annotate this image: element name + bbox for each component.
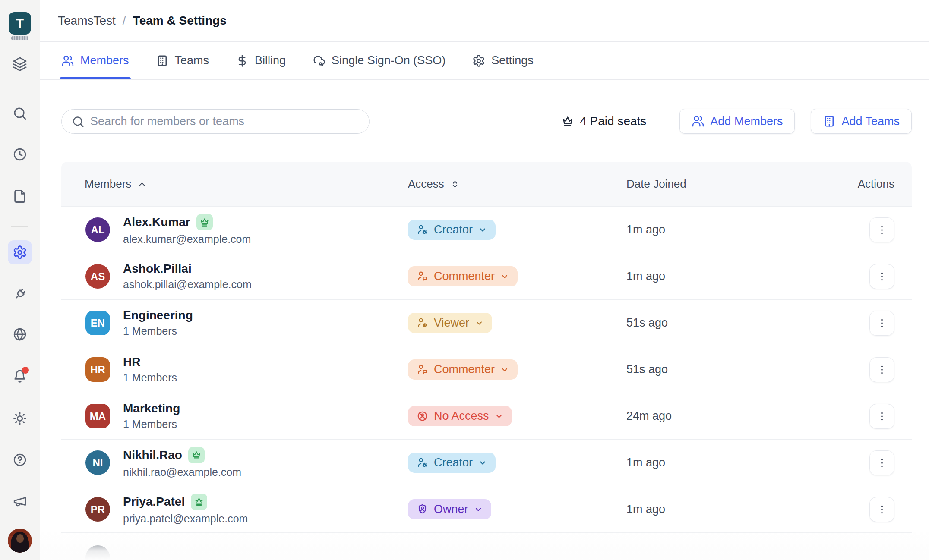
avatar [85,545,110,560]
table-header: Members Access Date Joined Actions [61,162,912,207]
access-label: Owner [434,503,468,516]
add-teams-button[interactable]: Add Teams [811,109,912,134]
file-icon[interactable] [13,189,27,204]
bell-icon[interactable] [13,369,27,384]
row-actions-button[interactable] [869,497,894,522]
tab-label: Billing [255,54,286,67]
app-logo-base [11,36,28,40]
chevron-down-icon [495,412,503,421]
app-logo[interactable]: T [9,12,31,35]
users-icon [692,115,705,128]
sidebar: T [0,0,40,560]
user-cog-icon [417,224,428,236]
crown-icon [561,115,574,128]
settings-icon-active[interactable] [8,240,32,264]
row-actions-button[interactable] [869,264,894,289]
sort-both-icon[interactable] [450,179,460,189]
access-label: Creator [434,456,473,469]
access-badge-no-access[interactable]: No Access [408,406,512,426]
plug-icon[interactable] [13,287,27,302]
team-member-count: 1 Members [123,371,177,384]
member-name: Ashok.Pillai [123,262,192,276]
access-badge-creator[interactable]: Creator [408,453,496,473]
globe-icon[interactable] [13,327,27,342]
chevron-down-icon [474,505,483,514]
member-name: Alex.Kumar [123,215,190,229]
access-badge-commenter[interactable]: Commenter [408,359,518,380]
date-joined: 1m ago [626,503,846,516]
sidebar-divider [11,88,28,88]
user-blocked-icon [417,410,428,422]
tab-sso[interactable]: Single Sign-On (SSO) [313,42,446,79]
member-email: nikhil.rao@example.com [123,466,241,478]
add-members-button[interactable]: Add Members [679,109,795,134]
megaphone-icon[interactable] [13,494,27,509]
col-access[interactable]: Access [408,177,444,191]
row-actions-button[interactable] [869,217,894,242]
page-title: Team & Settings [133,14,227,28]
col-date-joined: Date Joined [626,177,686,191]
tab-members[interactable]: Members [61,42,129,79]
avatar: AL [85,217,110,242]
member-name: Priya.Patel [123,495,185,509]
access-badge-commenter[interactable]: Commenter [408,266,518,286]
chevron-down-icon [475,319,483,327]
team-member-count: 1 Members [123,325,193,337]
row-actions-button[interactable] [869,404,894,429]
tab-label: Teams [175,54,209,67]
access-label: Commenter [434,270,495,283]
member-email: ashok.pillai@example.com [123,278,252,291]
app-logo-letter: T [16,16,24,31]
paid-seats-label: 4 Paid seats [580,114,646,128]
main-area: TeamsTest / Team & Settings Members Team… [40,0,929,560]
avatar: HR [85,357,110,382]
access-badge-creator[interactable]: Creator [408,220,496,240]
search-input[interactable] [61,109,370,134]
access-badge-viewer[interactable]: Viewer [408,313,492,333]
avatar-initials: PR [91,503,105,516]
avatar-initials: HR [90,364,105,376]
row-actions-button[interactable] [869,450,894,475]
building-icon [823,115,836,128]
avatar-initials: NI [93,457,103,469]
tab-billing[interactable]: Billing [236,42,286,79]
date-joined: 51s ago [626,316,846,330]
avatar: PR [85,497,110,522]
avatar-initials: EN [91,317,105,329]
date-joined: 1m ago [626,270,846,283]
notification-dot [22,367,29,374]
access-badge-owner[interactable]: Owner [408,499,491,519]
sort-ascending-icon[interactable] [137,179,147,189]
sun-icon[interactable] [13,411,27,426]
avatar-initials: MA [90,410,106,422]
premium-crown-icon [196,214,213,230]
table-row: EN Engineering 1 Members Viewer 51s ago [61,300,912,346]
tab-label: Single Sign-On (SSO) [332,54,446,67]
row-actions-button[interactable] [869,311,894,336]
col-members[interactable]: Members [85,177,131,191]
add-teams-label: Add Teams [841,115,900,128]
users-icon [61,54,74,67]
avatar-initials: AS [91,271,105,283]
sidebar-divider [11,315,28,315]
user-cog-icon [417,457,428,469]
team-member-count: 1 Members [123,418,180,431]
row-actions-button[interactable] [869,357,894,382]
paid-seats: 4 Paid seats [561,114,646,128]
tab-label: Members [80,54,129,67]
layers-icon[interactable] [13,57,27,71]
user-avatar[interactable] [8,529,32,553]
help-icon[interactable] [13,453,27,467]
date-joined: 24m ago [626,409,846,423]
clock-icon[interactable] [13,147,27,162]
tab-teams[interactable]: Teams [156,42,209,79]
premium-crown-icon [188,447,205,463]
breadcrumb-parent[interactable]: TeamsTest [58,14,116,28]
building-icon [156,54,169,67]
access-label: Creator [434,223,473,236]
tab-settings[interactable]: Settings [472,42,534,79]
table-row-partial [61,533,912,560]
team-name: Engineering [123,308,193,322]
search-icon[interactable] [13,106,27,121]
members-table: Members Access Date Joined Actions AL Al… [61,162,912,560]
